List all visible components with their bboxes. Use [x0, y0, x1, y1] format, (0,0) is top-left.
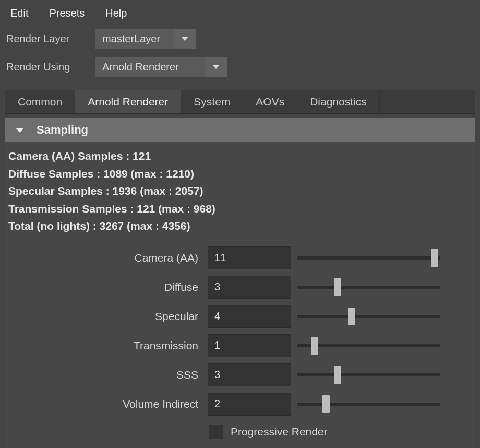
row-diffuse: Diffuse	[8, 273, 472, 302]
tab-aovs[interactable]: AOVs	[243, 90, 297, 113]
checkbox-progressive-render[interactable]	[209, 425, 223, 439]
render-using-dropdown[interactable]: Arnold Renderer	[95, 57, 227, 77]
label-sss: SSS	[8, 369, 201, 381]
row-specular: Specular	[8, 302, 472, 331]
slider-thumb[interactable]	[311, 337, 318, 355]
render-layer-value: masterLayer	[95, 33, 173, 45]
slider-diffuse[interactable]	[297, 276, 443, 299]
slider-thumb[interactable]	[348, 308, 355, 325]
slider-group: Camera (AA) Diffuse Specular Transmissio…	[5, 239, 475, 447]
slider-thumb[interactable]	[334, 366, 341, 384]
render-using-row: Render Using Arnold Renderer	[0, 53, 480, 81]
chevron-down-icon	[205, 57, 227, 77]
input-specular[interactable]	[208, 305, 291, 328]
menu-presets[interactable]: Presets	[49, 7, 85, 19]
label-transmission: Transmission	[8, 339, 201, 352]
sampling-stats: Camera (AA) Samples : 121 Diffuse Sample…	[5, 142, 475, 239]
render-layer-dropdown[interactable]: masterLayer	[95, 29, 196, 49]
row-volume-indirect: Volume Indirect	[8, 390, 472, 419]
slider-transmission[interactable]	[297, 334, 443, 357]
row-progressive-render: Progressive Render	[8, 419, 472, 445]
menubar: Edit Presets Help	[0, 0, 480, 25]
tab-common[interactable]: Common	[5, 90, 75, 113]
stat-specular: Specular Samples : 1936 (max : 2057)	[8, 182, 472, 200]
sampling-header[interactable]: Sampling	[5, 118, 475, 142]
stat-diffuse: Diffuse Samples : 1089 (max : 1210)	[8, 165, 472, 183]
collapse-icon	[16, 128, 24, 133]
sampling-title: Sampling	[37, 123, 88, 137]
stat-camera-aa: Camera (AA) Samples : 121	[8, 147, 472, 165]
slider-thumb[interactable]	[334, 278, 341, 296]
slider-volume-indirect[interactable]	[297, 393, 443, 416]
tabs: Common Arnold Renderer System AOVs Diagn…	[5, 90, 475, 114]
tab-arnold-renderer[interactable]: Arnold Renderer	[75, 90, 181, 113]
row-transmission: Transmission	[8, 331, 472, 360]
sampling-panel: Sampling Camera (AA) Samples : 121 Diffu…	[5, 118, 475, 447]
label-volume-indirect: Volume Indirect	[8, 398, 201, 410]
render-layer-label: Render Layer	[6, 33, 90, 45]
row-sss: SSS	[8, 360, 472, 390]
input-camera-aa[interactable]	[208, 246, 291, 269]
row-camera-aa: Camera (AA)	[8, 243, 472, 273]
menu-edit[interactable]: Edit	[10, 7, 28, 19]
label-progressive-render: Progressive Render	[231, 426, 328, 438]
stat-transmission: Transmission Samples : 121 (max : 968)	[8, 200, 472, 218]
label-diffuse: Diffuse	[8, 281, 201, 293]
render-using-label: Render Using	[6, 61, 90, 73]
input-transmission[interactable]	[208, 334, 291, 357]
label-specular: Specular	[8, 310, 201, 323]
stat-total: Total (no lights) : 3267 (max : 4356)	[8, 217, 472, 235]
tab-diagnostics[interactable]: Diagnostics	[297, 90, 380, 113]
slider-thumb[interactable]	[431, 249, 438, 267]
slider-sss[interactable]	[297, 363, 443, 386]
input-sss[interactable]	[208, 363, 291, 386]
slider-thumb[interactable]	[322, 395, 330, 413]
render-using-value: Arnold Renderer	[95, 61, 205, 73]
label-camera-aa: Camera (AA)	[8, 252, 201, 264]
render-layer-row: Render Layer masterLayer	[0, 25, 480, 53]
slider-camera-aa[interactable]	[297, 246, 443, 269]
chevron-down-icon	[173, 29, 196, 49]
input-diffuse[interactable]	[208, 276, 291, 299]
menu-help[interactable]: Help	[105, 7, 127, 19]
tab-system[interactable]: System	[181, 90, 243, 113]
slider-specular[interactable]	[297, 305, 443, 328]
input-volume-indirect[interactable]	[208, 393, 291, 416]
